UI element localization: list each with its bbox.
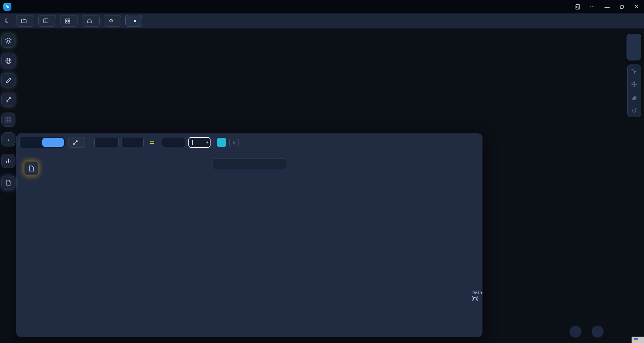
titlebar: ∿ ⋯ — ✕: [0, 0, 644, 13]
layers-icon[interactable]: [1, 34, 15, 48]
ok-swatch: [150, 141, 154, 142]
tab-link[interactable]: [42, 138, 64, 147]
unsaved-dot: [134, 20, 136, 22]
pencil-icon[interactable]: [1, 73, 15, 87]
notes-badge[interactable]: [592, 326, 604, 338]
grid-apps-icon[interactable]: [1, 113, 15, 127]
folder-icon: [21, 18, 27, 23]
slope-max-input[interactable]: [122, 138, 144, 147]
panel-document-button[interactable]: [24, 161, 38, 175]
hgl-chip[interactable]: [217, 138, 226, 147]
map-attribution: [632, 337, 644, 343]
hgl-close-icon[interactable]: ✕: [229, 138, 239, 147]
edit-path-button[interactable]: [68, 137, 85, 148]
dual-mode-button[interactable]: [38, 15, 56, 27]
notes-badge[interactable]: [569, 326, 582, 338]
gear-icon: ⚙: [109, 18, 113, 24]
zoom-out-button[interactable]: [627, 47, 641, 60]
app-logo-icon: ∿: [3, 3, 11, 11]
ukraine-flag-icon: [634, 338, 638, 341]
slope-min-input[interactable]: [94, 138, 119, 147]
collapse-icon[interactable]: ‹: [1, 132, 15, 146]
maximize-icon[interactable]: [614, 0, 629, 13]
eraser-tool-icon[interactable]: [628, 91, 641, 104]
offset-stepper[interactable]: ▲▼: [188, 137, 211, 148]
toolbar: ☾ ⚙: [0, 13, 644, 29]
panel-header: ▲▼ ✕: [19, 137, 239, 148]
node-link-switch: [19, 137, 65, 148]
velocity-input[interactable]: [162, 138, 185, 147]
profile-panel: ▲▼ ✕ Distance(m): [16, 133, 482, 337]
project-tab[interactable]: [125, 15, 142, 27]
warn-swatch: [150, 143, 154, 144]
x-axis-title: Distance(m): [471, 290, 482, 301]
file-manager-button[interactable]: [16, 15, 34, 27]
map-tools: ↺: [627, 65, 641, 117]
globe-icon[interactable]: [1, 54, 15, 68]
customize-button[interactable]: ⚙: [104, 15, 121, 27]
phase-button[interactable]: [82, 15, 100, 27]
close-icon[interactable]: ✕: [629, 0, 644, 13]
moon-icon[interactable]: ☾: [4, 16, 11, 25]
text-caret: [192, 140, 193, 145]
bar-chart-icon[interactable]: [1, 154, 15, 168]
move-tool-icon[interactable]: [628, 78, 641, 91]
status-legend: [150, 141, 156, 144]
tab-node[interactable]: [21, 138, 42, 147]
view-mode-button[interactable]: [60, 15, 78, 27]
route-icon[interactable]: [1, 93, 15, 107]
grid-icon: [65, 18, 70, 24]
map-zoom-control: [627, 34, 641, 60]
chart-pan-zoom-toolbar: [213, 158, 286, 169]
document-icon[interactable]: [1, 176, 15, 190]
stepper-arrows[interactable]: ▲▼: [206, 141, 209, 144]
pointer-tool-icon[interactable]: [628, 65, 641, 78]
columns-icon: [43, 18, 48, 23]
rotate-tool-icon[interactable]: ↺: [628, 104, 641, 117]
more-icon[interactable]: ⋯: [585, 0, 600, 13]
edit-path-icon: [73, 140, 78, 145]
home-icon: [87, 18, 92, 24]
minimize-icon[interactable]: —: [600, 0, 614, 13]
search-in-page-icon[interactable]: [570, 0, 585, 13]
zoom-in-button[interactable]: [627, 34, 641, 47]
